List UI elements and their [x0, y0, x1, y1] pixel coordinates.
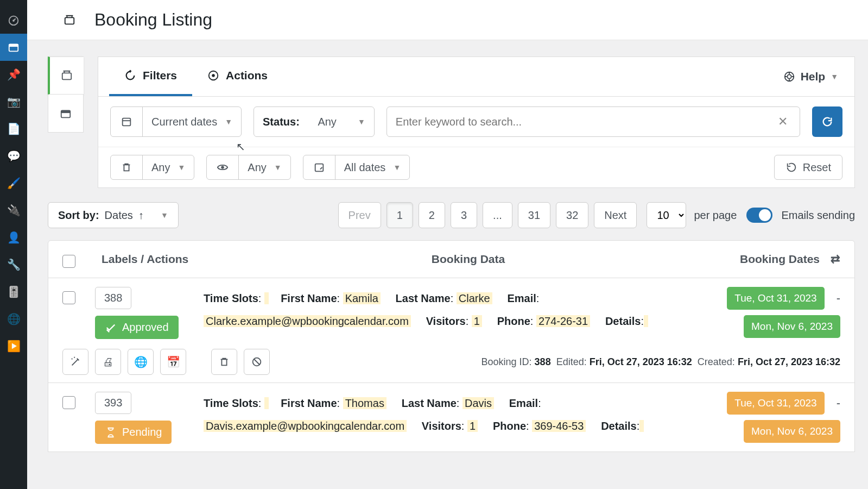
sidebar-item-collapse[interactable]: 🌐 [0, 305, 27, 333]
trash-button[interactable] [211, 349, 237, 375]
swap-icon[interactable]: ⇄ [831, 253, 840, 266]
play-icon: ▶️ [7, 340, 21, 353]
emails-toggle[interactable] [746, 208, 772, 223]
sort-prefix: Sort by: [58, 209, 99, 222]
filter-trash-dropdown[interactable]: Any▼ [110, 155, 194, 180]
filters-panel: Filters Actions Help ▼ [98, 57, 855, 188]
svg-point-11 [787, 74, 791, 78]
arrow-up-icon: ↑ [138, 209, 144, 222]
calendar-icon [111, 107, 143, 136]
page-prev[interactable]: Prev [338, 202, 381, 228]
booking-id-badge[interactable]: 393 [95, 392, 131, 414]
booking-icon [8, 41, 20, 53]
sidebar-item-tools[interactable]: 🔧 [0, 251, 27, 278]
wand-icon [69, 356, 81, 368]
edit-button[interactable] [62, 349, 88, 375]
sidebar-item-comments[interactable]: 💬 [0, 142, 27, 170]
status-badge: Approved [95, 316, 179, 339]
status-badge: Pending [95, 421, 172, 444]
chevron-down-icon: ▼ [358, 117, 365, 126]
tab-actions[interactable]: Actions [192, 57, 283, 96]
help-button[interactable]: Help ▼ [778, 58, 844, 95]
calendar-edit-icon [303, 155, 335, 179]
svg-rect-3 [9, 45, 18, 47]
search-input[interactable] [396, 116, 775, 128]
sidebar-item-settings[interactable]: 🎚️ [0, 278, 27, 305]
col-dates: Booking Dates [740, 253, 820, 266]
sidebar-item-pages[interactable]: 📄 [0, 115, 27, 142]
locale-button[interactable]: 🌐 [128, 349, 154, 375]
sidebar-item-media[interactable]: 📷 [0, 88, 27, 115]
filter-daterange-dropdown[interactable]: All dates▼ [303, 155, 410, 180]
booking-dates: Tue, Oct 31, 2023-Mon, Nov 6, 2023 [721, 392, 840, 444]
reset-button[interactable]: Reset [774, 155, 842, 180]
actions-icon [207, 70, 219, 82]
date-start-badge: Tue, Oct 31, 2023 [727, 392, 824, 415]
page-1[interactable]: 1 [387, 202, 413, 228]
page-next[interactable]: Next [594, 202, 637, 228]
media-icon: 📷 [7, 95, 21, 108]
filter-visibility-label: Any [248, 161, 266, 174]
sort-dropdown[interactable]: Sort by: Dates ↑ ▼ [48, 202, 179, 228]
booking-id-badge[interactable]: 388 [95, 287, 131, 309]
vert-tab-add[interactable] [48, 95, 84, 133]
svg-point-13 [221, 166, 225, 169]
sidebar-item-plugins[interactable]: 🔌 [0, 197, 27, 224]
filter-dates-label: Current dates [151, 116, 217, 128]
filter-status-dropdown[interactable]: Status: Any ▼ [254, 106, 375, 137]
reject-button[interactable] [244, 349, 270, 375]
page-2[interactable]: 2 [419, 202, 445, 228]
sidebar-item-dashboard[interactable] [0, 7, 27, 34]
pages-icon: 📄 [7, 122, 21, 135]
ban-icon [251, 356, 263, 368]
sidebar-item-bookings[interactable] [0, 34, 27, 61]
svg-rect-5 [62, 73, 72, 79]
sort-value: Dates [105, 209, 133, 222]
print-button[interactable]: 🖨 [95, 349, 121, 375]
page-header: Booking Listing [27, 0, 868, 40]
page-31[interactable]: 31 [518, 202, 550, 228]
tab-filters[interactable]: Filters [109, 57, 192, 96]
sidebar-item-users[interactable]: 👤 [0, 224, 27, 251]
per-page-label: per page [694, 209, 737, 222]
filter-visibility-dropdown[interactable]: Any▼ [206, 155, 290, 180]
date-end-badge: Mon, Nov 6, 2023 [744, 315, 840, 338]
col-labels: Labels / Actions [102, 253, 237, 266]
row-checkbox[interactable] [62, 291, 75, 304]
sidebar-item-appearance[interactable]: 🖌️ [0, 170, 27, 197]
sliders-icon: 🎚️ [7, 285, 21, 298]
status-prefix: Status: [263, 116, 300, 128]
chevron-down-icon: ▼ [831, 72, 838, 81]
page-3[interactable]: 3 [451, 202, 477, 228]
row-checkbox[interactable] [62, 396, 75, 409]
globe-icon: 🌐 [7, 312, 21, 325]
calendar-button[interactable]: 📅 [160, 349, 186, 375]
vert-tab-listing[interactable] [48, 57, 84, 95]
vertical-tabs [48, 57, 84, 188]
pin-icon: 📌 [7, 68, 21, 81]
eye-icon [207, 155, 239, 179]
filter-dates-dropdown[interactable]: Current dates▼ [110, 106, 242, 137]
sidebar-item-posts[interactable]: 📌 [0, 61, 27, 88]
booking-dates: Tue, Oct 31, 2023-Mon, Nov 6, 2023 [721, 287, 840, 339]
page-32[interactable]: 32 [556, 202, 588, 228]
help-label: Help [801, 70, 826, 83]
brush-icon: 🖌️ [7, 177, 21, 190]
table-header: Labels / Actions Booking Data Booking Da… [48, 240, 855, 278]
status-value: Any [318, 116, 336, 128]
chevron-down-icon: ▼ [274, 163, 282, 172]
sidebar-item-play[interactable]: ▶️ [0, 333, 27, 360]
select-all-checkbox[interactable] [62, 255, 75, 268]
chevron-down-icon: ▼ [393, 163, 401, 172]
clear-search-button[interactable]: ✕ [775, 115, 791, 129]
filter-daterange-label: All dates [344, 161, 386, 174]
per-page-select[interactable]: 10 [647, 202, 686, 228]
check-icon [105, 322, 117, 334]
gauge-icon [8, 14, 20, 26]
hourglass-icon [105, 427, 117, 438]
refresh-button[interactable] [812, 106, 842, 137]
pagination: Prev123...3132Next [338, 202, 637, 228]
chevron-down-icon: ▼ [161, 211, 168, 220]
reset-icon [785, 161, 797, 173]
comment-icon: 💬 [7, 149, 21, 162]
